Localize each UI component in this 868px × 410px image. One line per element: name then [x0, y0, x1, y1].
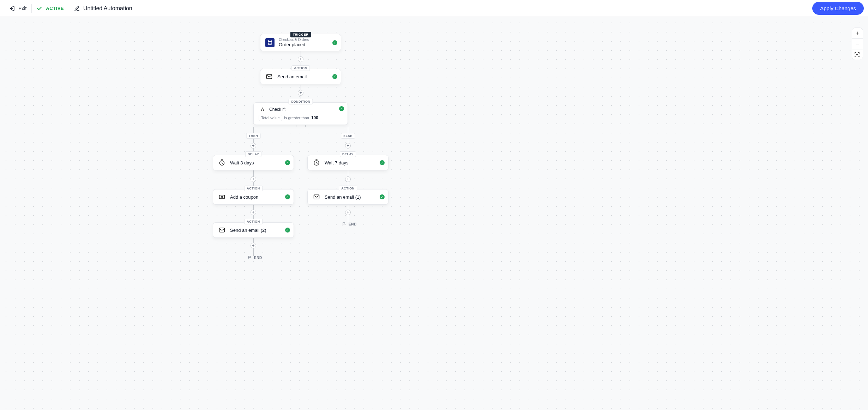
add-step-button[interactable]: + — [251, 210, 256, 215]
node-text: Checkout & Orders Order placed — [279, 38, 309, 47]
node-type-label: ACTION — [291, 65, 310, 71]
node-title: Add a coupon — [230, 194, 258, 200]
add-step-button[interactable]: + — [298, 90, 303, 96]
status-ok-icon: ✓ — [332, 40, 337, 45]
add-step-button[interactable]: + — [298, 56, 303, 62]
status-ok-icon: ✓ — [332, 74, 337, 79]
svg-point-1 — [857, 54, 858, 55]
trigger-title: Order placed — [279, 42, 309, 47]
mail-icon — [265, 73, 273, 80]
exit-button[interactable]: Exit — [4, 0, 31, 17]
status-text: ACTIVE — [46, 6, 64, 11]
add-step-button[interactable]: + — [251, 143, 256, 149]
flag-icon — [342, 222, 346, 226]
end-label: END — [349, 222, 357, 226]
edge — [253, 127, 296, 127]
zoom-fit-button[interactable] — [852, 49, 863, 60]
node-type-label: ACTION — [339, 186, 357, 191]
zoom-controls: + − — [852, 28, 863, 60]
add-step-button[interactable]: + — [251, 243, 256, 248]
edge — [305, 127, 348, 127]
node-title: Send an email (2) — [230, 228, 266, 233]
clock-icon — [313, 159, 320, 167]
condition-expression: Total value is greater than 100 — [259, 115, 318, 121]
svg-rect-2 — [267, 74, 272, 79]
mail-icon — [218, 226, 226, 234]
edge — [348, 127, 348, 155]
exit-label: Exit — [18, 6, 26, 11]
status-ok-icon: ✓ — [285, 160, 290, 165]
add-step-button[interactable]: + — [345, 210, 351, 215]
svg-rect-9 — [314, 195, 319, 199]
flag-icon — [248, 255, 252, 260]
status-ok-icon: ✓ — [339, 106, 344, 111]
zoom-in-button[interactable]: + — [852, 28, 863, 38]
check-icon — [37, 6, 42, 11]
status-ok-icon: ✓ — [380, 194, 385, 199]
node-title: Wait 3 days — [230, 160, 254, 165]
exit-icon — [9, 6, 15, 11]
delay-node-then[interactable]: Wait 3 days ✓ — [213, 155, 294, 170]
coupon-icon — [218, 193, 226, 201]
condition-heading: Check if: — [269, 107, 286, 112]
action-node-send-email-2[interactable]: Send an email (2) ✓ — [213, 222, 294, 238]
status-ok-icon: ✓ — [285, 194, 290, 199]
storefront-icon — [265, 38, 275, 47]
zoom-out-button[interactable]: − — [852, 38, 863, 49]
action-node-add-coupon[interactable]: Add a coupon ✓ — [213, 189, 294, 205]
node-title: Wait 7 days — [325, 160, 348, 165]
svg-point-4 — [263, 110, 264, 111]
condition-value: 100 — [311, 115, 318, 120]
branch-label: ELSE — [341, 133, 355, 139]
node-type-label: DELAY — [245, 151, 261, 157]
node-title: Send an email (1) — [325, 194, 361, 200]
automation-title: Untitled Automation — [83, 5, 132, 12]
top-bar: Exit ACTIVE Untitled Automation Apply Ch… — [0, 0, 868, 17]
add-step-button[interactable]: + — [345, 176, 351, 182]
action-node-send-email[interactable]: Send an email ✓ — [260, 69, 341, 84]
svg-rect-7 — [219, 228, 225, 232]
end-label: END — [254, 256, 262, 260]
title-container[interactable]: Untitled Automation — [69, 0, 137, 17]
status-ok-icon: ✓ — [380, 160, 385, 165]
action-node-send-email-1[interactable]: Send an email (1) ✓ — [307, 189, 388, 205]
add-step-button[interactable]: + — [345, 143, 351, 149]
condition-node[interactable]: Check if: Total value is greater than 10… — [253, 102, 348, 125]
clock-icon — [218, 159, 226, 167]
branch-icon — [259, 105, 266, 113]
delay-node-else[interactable]: Wait 7 days ✓ — [307, 155, 388, 170]
flow-canvas[interactable]: + − + + + + + + + + + TRIGGER ACTION CON… — [0, 17, 868, 410]
pencil-icon — [74, 6, 80, 11]
mail-icon — [313, 193, 320, 201]
status-indicator: ACTIVE — [32, 0, 69, 17]
node-type-label: TRIGGER — [290, 32, 311, 37]
svg-point-3 — [261, 110, 261, 111]
condition-field: Total value — [259, 115, 282, 121]
node-type-label: DELAY — [340, 151, 356, 157]
node-type-label: ACTION — [244, 219, 263, 224]
status-ok-icon: ✓ — [285, 228, 290, 233]
apply-changes-button[interactable]: Apply Changes — [812, 2, 864, 15]
end-marker: END — [342, 222, 357, 226]
end-marker: END — [248, 255, 262, 260]
node-title: Send an email — [277, 74, 307, 79]
edge — [253, 127, 254, 155]
node-type-label: ACTION — [244, 186, 263, 191]
trigger-category: Checkout & Orders — [279, 38, 309, 42]
condition-operator: is greater than — [284, 116, 309, 120]
add-step-button[interactable]: + — [251, 176, 256, 182]
branch-label: THEN — [246, 133, 261, 139]
node-type-label: CONDITION — [289, 99, 313, 104]
